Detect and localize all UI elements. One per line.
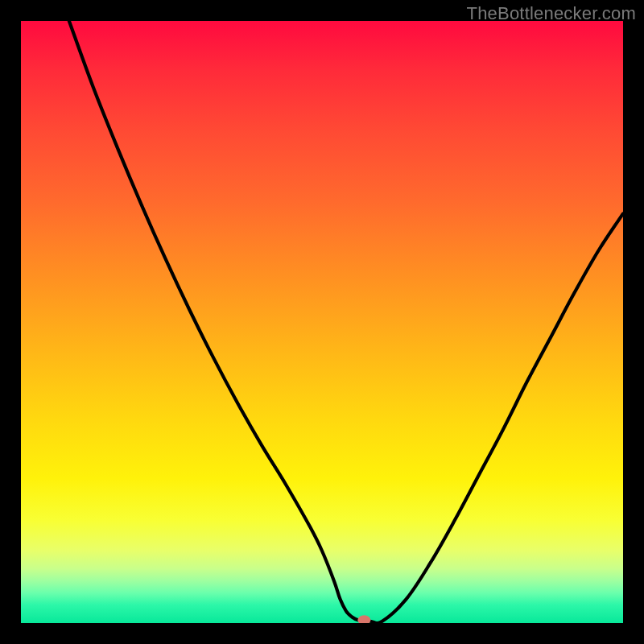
bottleneck-curve	[21, 21, 623, 623]
chart-frame: TheBottlenecker.com	[0, 0, 644, 644]
optimal-point-marker	[357, 615, 370, 623]
curve-path	[69, 21, 623, 623]
attribution-text: TheBottlenecker.com	[467, 3, 636, 24]
plot-area	[21, 21, 623, 623]
